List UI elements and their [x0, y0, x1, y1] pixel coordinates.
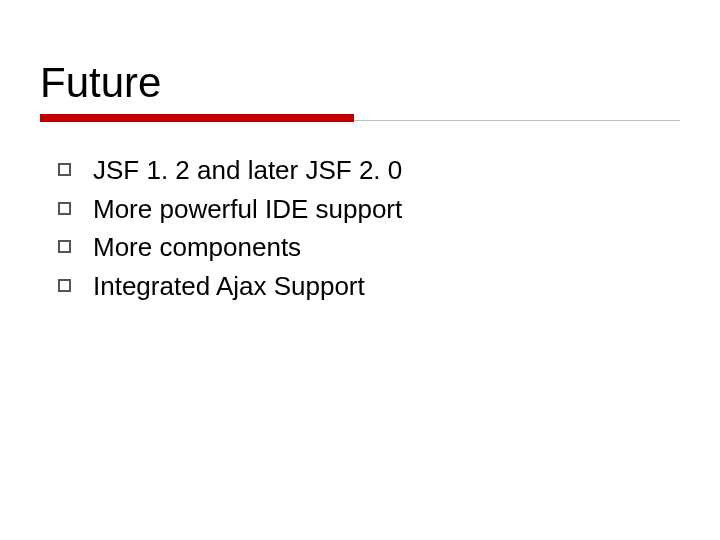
square-bullet-icon	[58, 240, 71, 253]
underline-red	[40, 114, 354, 122]
slide-title: Future	[40, 60, 680, 112]
bullet-list: JSF 1. 2 and later JSF 2. 0 More powerfu…	[40, 150, 680, 302]
bullet-text: More powerful IDE support	[93, 193, 402, 226]
title-underline	[40, 114, 680, 122]
list-item: More powerful IDE support	[58, 193, 680, 226]
list-item: Integrated Ajax Support	[58, 270, 680, 303]
list-item: More components	[58, 231, 680, 264]
square-bullet-icon	[58, 163, 71, 176]
square-bullet-icon	[58, 279, 71, 292]
bullet-text: JSF 1. 2 and later JSF 2. 0	[93, 154, 402, 187]
square-bullet-icon	[58, 202, 71, 215]
bullet-text: Integrated Ajax Support	[93, 270, 365, 303]
slide: Future JSF 1. 2 and later JSF 2. 0 More …	[0, 0, 720, 540]
title-block: Future	[40, 60, 680, 122]
list-item: JSF 1. 2 and later JSF 2. 0	[58, 154, 680, 187]
bullet-text: More components	[93, 231, 301, 264]
